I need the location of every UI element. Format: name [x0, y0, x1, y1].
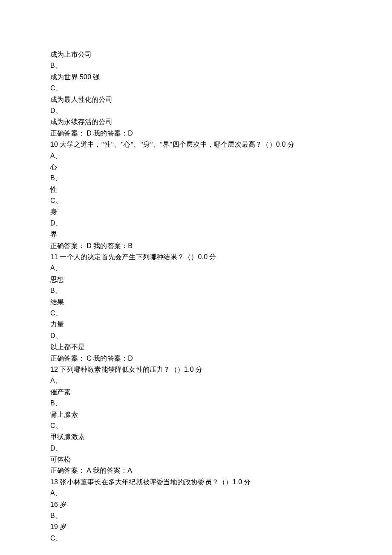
option-label: A、: [50, 488, 342, 499]
option-label: C、: [50, 533, 342, 544]
text-line: 可体松: [50, 454, 342, 465]
option-label: C、: [50, 195, 342, 206]
option-label: D、: [50, 443, 342, 454]
text-line: 催产素: [50, 387, 342, 398]
text-line: 19 岁: [50, 521, 342, 532]
option-label: C、: [50, 420, 342, 431]
answer-line: 正确答案： A 我的答案：A: [50, 465, 342, 476]
option-label: C、: [50, 308, 342, 319]
text-line: 成为上市公司: [50, 49, 342, 60]
text-line: 结果: [50, 297, 342, 308]
text-line: 甲状腺激素: [50, 431, 342, 442]
option-label: A、: [50, 263, 342, 274]
text-line: 界: [50, 229, 342, 240]
option-label: A、: [50, 375, 342, 386]
text-line: 力量: [50, 319, 342, 330]
answer-line: 正确答案： D 我的答案：B: [50, 240, 342, 251]
option-label: B、: [50, 398, 342, 409]
text-line: 肾上腺素: [50, 409, 342, 420]
option-label: B、: [50, 285, 342, 296]
document-page: 成为上市公司 B、 成为世界 500 强 C、 成为最人性化的公司 D、 成为永…: [0, 0, 392, 555]
text-line: 思想: [50, 274, 342, 285]
answer-line: 正确答案： D 我的答案：D: [50, 128, 342, 139]
text-line: 成为世界 500 强: [50, 72, 342, 83]
question-line: 13 张小林董事长在多大年纪就被评委当地的政协委员？（）1.0 分: [50, 477, 342, 488]
option-label: C、: [50, 83, 342, 94]
text-line: 以上都不是: [50, 341, 342, 353]
question-line: 12 下列哪种激素能够降低女性的压力？（）1.0 分: [50, 364, 342, 375]
text-line: 身: [50, 206, 342, 217]
option-label: B、: [50, 60, 342, 71]
option-label: D、: [50, 105, 342, 116]
option-label: A、: [50, 150, 342, 162]
question-line: 11 一个人的决定首先会产生下列哪种结果？（）0.0 分: [50, 251, 342, 263]
option-label: D、: [50, 330, 342, 341]
option-label: D、: [50, 218, 342, 229]
text-line: 心: [50, 162, 342, 173]
text-line: 成为永续存活的公司: [50, 116, 342, 127]
question-line: 10 大学之道中，"性"、"心"、"身"、"界"四个层次中，哪个层次最高？（）0…: [50, 139, 342, 150]
option-label: B、: [50, 173, 342, 184]
answer-line: 正确答案： C 我的答案：D: [50, 353, 342, 364]
text-line: 16 岁: [50, 499, 342, 510]
text-line: 成为最人性化的公司: [50, 94, 342, 105]
option-label: B、: [50, 510, 342, 521]
text-line: 性: [50, 184, 342, 195]
